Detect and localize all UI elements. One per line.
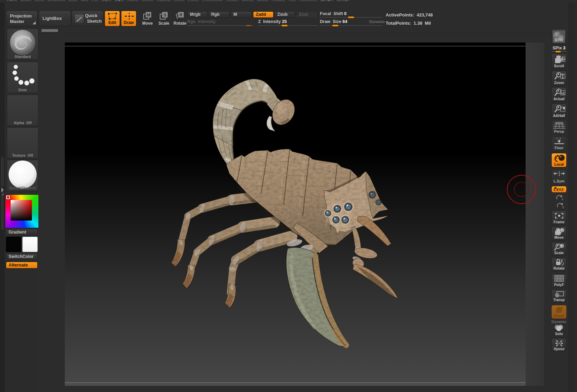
svg-text:XYZ: XYZ (556, 188, 564, 192)
svg-text:x1: x1 (561, 92, 564, 95)
svg-text:Y: Y (562, 198, 563, 201)
svg-text:Z: Z (562, 206, 564, 209)
svg-text:R: R (179, 12, 183, 17)
svg-text:S: S (164, 12, 167, 17)
svg-text:M: M (147, 12, 151, 17)
svg-text:BPR: BPR (554, 38, 563, 43)
